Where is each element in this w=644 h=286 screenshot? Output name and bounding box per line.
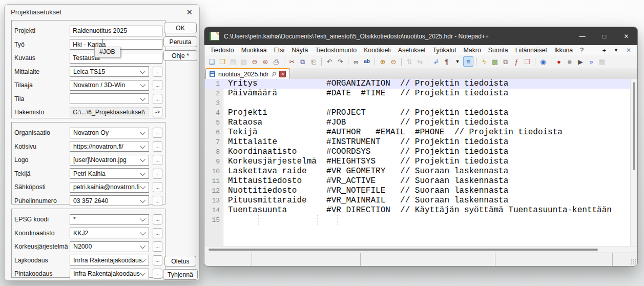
close-all-icon[interactable]: ⊜ <box>260 56 271 67</box>
more-button[interactable]: ... <box>153 94 162 104</box>
menu-item[interactable]: Makro <box>460 47 485 54</box>
open-file-icon[interactable]: ❒ <box>217 56 227 67</box>
ok-button[interactable]: OK <box>164 23 197 33</box>
combo-box[interactable]: [user]\Novatron.jpg <box>70 155 149 166</box>
more-button[interactable]: ... <box>153 67 162 77</box>
text-editor[interactable]: 1 Yritys #ORGANIZATION // Projektin tied… <box>204 79 637 246</box>
copy-icon[interactable]: ⧉ <box>298 56 308 67</box>
combo-box[interactable]: 03 357 2640 <box>70 195 149 206</box>
combo-box[interactable]: Infra Rakentajakoodaus <box>70 269 149 279</box>
run-macro-multi-icon[interactable]: » <box>586 56 596 67</box>
tab-close-icon[interactable]: ✕ <box>279 71 286 77</box>
save-all-icon[interactable]: ▧ <box>239 56 249 67</box>
menu-item[interactable]: Työkalut <box>429 47 460 54</box>
find-icon[interactable]: ∞ <box>351 56 361 67</box>
horizontal-scrollbar-thumb[interactable] <box>209 249 598 251</box>
help-button[interactable]: Ohje * <box>163 50 197 61</box>
horizontal-scrollbar[interactable] <box>204 246 637 253</box>
close-file-icon[interactable]: ⊖ <box>250 56 260 67</box>
close-button[interactable]: ✕ <box>615 27 637 45</box>
combo-box[interactable]: * <box>70 214 149 225</box>
pin-icon[interactable]: ⚲ <box>271 70 278 78</box>
zoom-in-icon[interactable]: ⊕ <box>378 56 388 67</box>
vertical-scrollbar-thumb[interactable] <box>633 82 635 170</box>
play-macro-icon[interactable]: ▶ <box>575 56 586 67</box>
maximize-button[interactable]: □ <box>593 27 615 45</box>
tab-list-dropdown-icon[interactable]: ▼ <box>614 48 618 53</box>
save-macro-icon[interactable]: ▦ <box>597 56 607 67</box>
tab-nuotitus-2025[interactable]: nuotitus_2025.hdr ⚲ ✕ <box>205 68 290 79</box>
menu-item[interactable]: Tiedostomuoto <box>311 47 360 54</box>
close-icon[interactable]: ✕ <box>186 8 193 17</box>
instrument-combo[interactable]: Leica TS15 <box>70 66 149 77</box>
open-directory-button[interactable]: -> <box>153 107 162 117</box>
print-icon[interactable]: ⎙ <box>271 56 281 67</box>
menu-item[interactable]: ? <box>576 47 587 54</box>
save-icon[interactable]: ▤ <box>228 56 238 67</box>
line-text: Päivämäärä #DATE #TIME // Projektin tied… <box>223 89 637 98</box>
new-file-icon[interactable]: ❏ <box>206 56 217 67</box>
default-button[interactable]: Oletus <box>164 256 196 267</box>
more-button[interactable]: ... <box>153 128 162 138</box>
redo-icon[interactable]: ↷ <box>335 56 345 67</box>
user-dialog-icon[interactable]: ϟ <box>479 56 489 67</box>
more-button[interactable]: ... <box>153 80 162 90</box>
more-button[interactable]: ... <box>153 228 162 238</box>
combo-box[interactable]: Inrfra Rakentajakoodaus <box>70 255 149 265</box>
doc-switcher-icon[interactable]: ⧉ <box>501 56 511 67</box>
more-button[interactable]: ... <box>153 241 162 252</box>
function-list-icon[interactable]: ƒ <box>511 56 522 67</box>
more-button[interactable]: ... <box>153 269 162 279</box>
folder-workspace-icon[interactable]: ❒ <box>522 56 532 67</box>
menu-item[interactable]: Etsi <box>271 47 288 54</box>
menu-item[interactable]: Liitännäiset <box>512 47 551 54</box>
stop-macro-icon[interactable]: ■ <box>565 56 575 67</box>
symbols-dropdown-icon[interactable]: ▾ <box>452 56 463 67</box>
minimize-button[interactable]: — <box>571 27 593 45</box>
client-combo[interactable]: Novatron / 3D-Win <box>70 80 149 91</box>
show-symbols-icon[interactable]: ¶ <box>442 56 452 67</box>
combo-box[interactable]: KKJ2 <box>70 228 149 238</box>
combo-box[interactable]: Novatron Oy <box>70 128 149 138</box>
menu-item[interactable]: Suorita <box>485 47 512 54</box>
menu-item[interactable]: Asetukset <box>394 47 429 54</box>
menu-item[interactable]: Näytä <box>288 47 311 54</box>
more-button[interactable]: ... <box>153 182 162 192</box>
record-macro-icon[interactable]: ● <box>554 56 564 67</box>
combo-box[interactable]: Petri Kaihia <box>70 168 149 179</box>
menu-item[interactable]: Tiedosto <box>206 47 238 54</box>
form-row: Sähköposti petri.kaihia@novatron.fi ... <box>12 180 165 194</box>
combo-box[interactable]: petri.kaihia@novatron.fi <box>70 182 149 193</box>
indent-guide-icon[interactable]: ≡ <box>463 56 473 67</box>
resize-grip[interactable] <box>630 259 636 264</box>
undo-icon[interactable]: ↶ <box>324 56 335 67</box>
sync-scroll-v-icon[interactable]: ⇅ <box>404 56 414 67</box>
cut-icon[interactable]: ✂ <box>287 56 297 67</box>
document-monitor-icon[interactable]: ◉ <box>538 56 548 67</box>
combo-box[interactable]: N2000 <box>70 241 149 252</box>
new-tab-plus-icon[interactable]: + <box>602 47 606 54</box>
more-button[interactable]: ... <box>153 169 162 179</box>
state-combo[interactable] <box>70 93 149 104</box>
field-label: Lajikoodaus <box>14 257 70 264</box>
replace-icon[interactable]: ab <box>362 56 372 67</box>
more-button[interactable]: ... <box>153 141 162 152</box>
more-button[interactable]: ... <box>153 214 162 224</box>
project-input[interactable]: Raidenuotitus 2025 <box>70 26 162 36</box>
sync-scroll-h-icon[interactable]: ⇆ <box>415 56 425 67</box>
document-map-icon[interactable]: ▩ <box>490 56 500 67</box>
combo-box[interactable]: https://novatron.fi/ <box>70 141 149 152</box>
cancel-button[interactable]: Peruuta <box>163 36 197 47</box>
word-wrap-icon[interactable]: ↲ <box>431 56 441 67</box>
more-button[interactable]: ... <box>153 255 162 265</box>
close-tab-icon[interactable]: ✕ <box>626 47 631 54</box>
more-button[interactable]: ... <box>153 155 162 165</box>
clear-button[interactable]: Tyhjennä <box>163 269 198 280</box>
vertical-scrollbar[interactable] <box>630 79 637 246</box>
zoom-out-icon[interactable]: ⊝ <box>388 56 399 67</box>
menu-item[interactable]: Koodikieli <box>360 47 394 54</box>
menu-item[interactable]: Ikkuna <box>551 47 576 54</box>
menu-item[interactable]: Muokkaa <box>238 47 271 54</box>
paste-icon[interactable]: ⎗ <box>308 56 319 67</box>
more-button[interactable]: ... <box>153 196 162 206</box>
